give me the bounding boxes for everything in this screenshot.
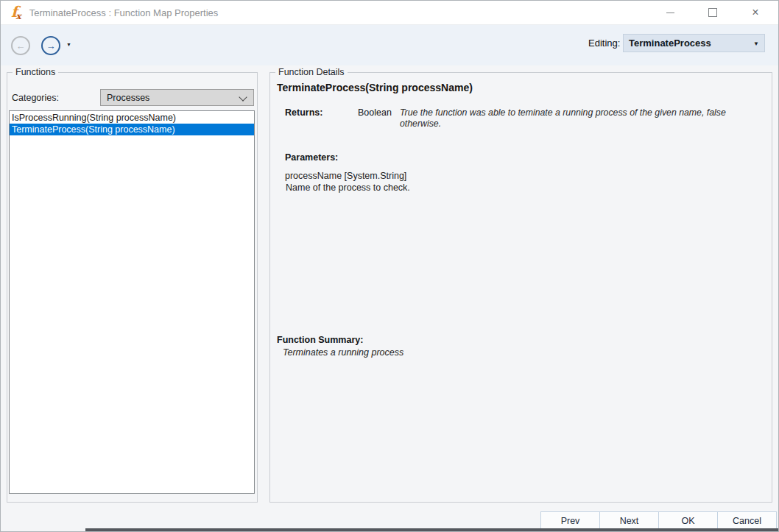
cancel-button[interactable]: Cancel [717,511,777,530]
function-signature-heading: TerminateProcess(String processName) [277,82,473,93]
returns-description: True the function was able to teminate a… [400,107,764,130]
parameter-description: Name of the process to check. [286,182,410,193]
back-icon: ← [16,41,26,51]
parameter-name: processName [System.String] [285,171,406,181]
functions-group-label: Functions [13,67,58,77]
forward-button[interactable]: → [41,36,60,55]
function-listbox: IsProcessRunning(String processName) Ter… [9,110,255,494]
window-title: TerminateProcess : Function Map Properti… [29,7,219,18]
close-button[interactable]: × [734,1,777,24]
list-item-isprocessrunning[interactable]: IsProcessRunning(String processName) [10,112,254,124]
close-icon: × [752,7,758,18]
parameters-label: Parameters: [285,152,338,163]
categories-dropdown-value: Processes [107,93,149,103]
editing-label: Editing: [588,38,620,49]
footer-button-row: Prev Next OK Cancel [540,511,777,530]
returns-type: Boolean [358,107,392,118]
function-summary-text: Terminates a running process [283,347,403,358]
fx-icon-x: x [16,11,21,21]
title-bar: fx TerminateProcess : Function Map Prope… [1,1,778,25]
minimize-icon [666,13,674,13]
maximize-icon [708,8,717,17]
toolbar: ← → ▼ Editing: TerminateProcess ▼ [1,25,778,65]
prev-button[interactable]: Prev [540,511,600,530]
function-details-group: Function Details TerminateProcess(String… [269,72,772,503]
function-details-group-label: Function Details [275,67,348,77]
chevron-down-icon [239,93,247,101]
maximize-button[interactable] [691,1,734,24]
ok-button[interactable]: OK [658,511,718,530]
categories-dropdown[interactable]: Processes [100,89,254,106]
editing-dropdown-value: TerminateProcess [629,38,711,49]
back-button[interactable]: ← [11,36,30,55]
next-button[interactable]: Next [599,511,659,530]
returns-label: Returns: [285,107,322,118]
fx-icon: fx [11,4,21,21]
chevron-down-icon: ▼ [753,40,759,47]
forward-dropdown-caret-icon[interactable]: ▼ [66,42,71,47]
forward-icon: → [46,41,56,51]
minimize-button[interactable] [649,1,691,24]
editing-dropdown[interactable]: TerminateProcess ▼ [623,34,765,52]
list-item-terminateprocess[interactable]: TerminateProcess(String processName) [10,124,254,135]
window-bottom-edge [85,528,778,531]
window-controls: × [649,1,777,24]
function-map-properties-window: fx TerminateProcess : Function Map Prope… [0,0,779,532]
function-summary-label: Function Summary: [277,335,363,345]
categories-label: Categories: [12,93,59,103]
functions-group: Functions Categories: Processes IsProces… [7,72,258,503]
